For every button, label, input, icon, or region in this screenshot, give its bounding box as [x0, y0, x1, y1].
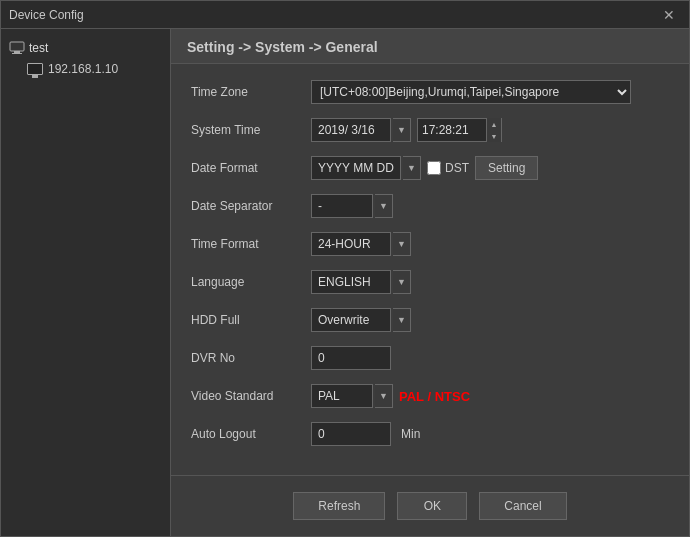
date-format-control: YYYY MM DD ▼ DST Setting — [311, 156, 538, 180]
close-button[interactable]: ✕ — [657, 5, 681, 25]
system-time-row: System Time 2019/ 3/16 ▼ 17:28:21 ▲ ▼ — [191, 116, 669, 144]
language-row: Language ENGLISH ▼ — [191, 268, 669, 296]
video-standard-group: PAL ▼ — [311, 384, 393, 408]
content-area: test 192.168.1.10 Setting -> System -> G… — [1, 29, 689, 536]
date-dropdown-btn[interactable]: ▼ — [393, 118, 411, 142]
date-separator-label: Date Separator — [191, 199, 311, 213]
video-standard-control: PAL ▼ PAL / NTSC — [311, 384, 470, 408]
language-input[interactable]: ENGLISH — [311, 270, 391, 294]
setting-button[interactable]: Setting — [475, 156, 538, 180]
date-format-row: Date Format YYYY MM DD ▼ DST Setting — [191, 154, 669, 182]
auto-logout-label: Auto Logout — [191, 427, 311, 441]
min-label: Min — [401, 427, 420, 441]
hdd-full-label: HDD Full — [191, 313, 311, 327]
device-config-window: Device Config ✕ test 192.168.1.10 Settin… — [0, 0, 690, 537]
video-standard-dropdown-btn[interactable]: ▼ — [375, 384, 393, 408]
dvr-no-control: 0 — [311, 346, 391, 370]
video-standard-row: Video Standard PAL ▼ PAL / NTSC — [191, 382, 669, 410]
sidebar-child-label: 192.168.1.10 — [48, 62, 118, 76]
time-input[interactable]: 17:28:21 — [418, 119, 486, 141]
timezone-control: [UTC+08:00]Beijing,Urumqi,Taipei,Singapo… — [311, 80, 631, 104]
time-format-row: Time Format 24-HOUR ▼ — [191, 230, 669, 258]
auto-logout-row: Auto Logout 0 Min — [191, 420, 669, 448]
timezone-select[interactable]: [UTC+08:00]Beijing,Urumqi,Taipei,Singapo… — [311, 80, 631, 104]
monitor-icon — [27, 63, 43, 75]
dvr-no-input[interactable]: 0 — [311, 346, 391, 370]
breadcrumb: Setting -> System -> General — [171, 29, 689, 64]
date-separator-input[interactable]: - — [311, 194, 373, 218]
main-panel: Setting -> System -> General Time Zone [… — [171, 29, 689, 536]
date-group: 2019/ 3/16 ▼ — [311, 118, 411, 142]
cancel-button[interactable]: Cancel — [479, 492, 566, 520]
system-time-control: 2019/ 3/16 ▼ 17:28:21 ▲ ▼ — [311, 118, 502, 142]
date-separator-row: Date Separator - ▼ — [191, 192, 669, 220]
dvr-no-row: DVR No 0 — [191, 344, 669, 372]
svg-rect-0 — [10, 42, 24, 51]
auto-logout-input[interactable]: 0 — [311, 422, 391, 446]
date-input[interactable]: 2019/ 3/16 — [311, 118, 391, 142]
time-format-group: 24-HOUR ▼ — [311, 232, 411, 256]
dst-checkbox-group: DST — [427, 161, 469, 175]
time-format-label: Time Format — [191, 237, 311, 251]
window-title: Device Config — [9, 8, 84, 22]
dst-checkbox[interactable] — [427, 161, 441, 175]
hdd-full-input[interactable]: Overwrite — [311, 308, 391, 332]
svg-rect-1 — [14, 51, 20, 53]
form-area: Time Zone [UTC+08:00]Beijing,Urumqi,Taip… — [171, 64, 689, 475]
sidebar-root-label: test — [29, 41, 48, 55]
hdd-full-control: Overwrite ▼ — [311, 308, 411, 332]
hdd-full-dropdown-btn[interactable]: ▼ — [393, 308, 411, 332]
time-up-btn[interactable]: ▲ — [487, 118, 501, 130]
pal-ntsc-label: PAL / NTSC — [399, 389, 470, 404]
language-group: ENGLISH ▼ — [311, 270, 411, 294]
sidebar-item-child[interactable]: 192.168.1.10 — [5, 59, 166, 79]
date-format-input[interactable]: YYYY MM DD — [311, 156, 401, 180]
time-format-dropdown-btn[interactable]: ▼ — [393, 232, 411, 256]
dst-label: DST — [445, 161, 469, 175]
language-control: ENGLISH ▼ — [311, 270, 411, 294]
sidebar-item-root[interactable]: test — [5, 37, 166, 59]
video-standard-label: Video Standard — [191, 389, 311, 403]
refresh-button[interactable]: Refresh — [293, 492, 385, 520]
computer-icon — [9, 40, 25, 56]
language-dropdown-btn[interactable]: ▼ — [393, 270, 411, 294]
time-down-btn[interactable]: ▼ — [487, 130, 501, 142]
dvr-no-label: DVR No — [191, 351, 311, 365]
ok-button[interactable]: OK — [397, 492, 467, 520]
time-format-control: 24-HOUR ▼ — [311, 232, 411, 256]
date-format-group: YYYY MM DD ▼ — [311, 156, 421, 180]
hdd-full-group: Overwrite ▼ — [311, 308, 411, 332]
language-label: Language — [191, 275, 311, 289]
svg-rect-2 — [12, 53, 22, 54]
date-format-label: Date Format — [191, 161, 311, 175]
hdd-full-row: HDD Full Overwrite ▼ — [191, 306, 669, 334]
system-time-label: System Time — [191, 123, 311, 137]
time-format-input[interactable]: 24-HOUR — [311, 232, 391, 256]
separator-dropdown-btn[interactable]: ▼ — [375, 194, 393, 218]
time-spin: ▲ ▼ — [486, 118, 501, 142]
title-bar: Device Config ✕ — [1, 1, 689, 29]
footer-buttons: Refresh OK Cancel — [171, 475, 689, 536]
timezone-row: Time Zone [UTC+08:00]Beijing,Urumqi,Taip… — [191, 78, 669, 106]
separator-group: - ▼ — [311, 194, 393, 218]
auto-logout-control: 0 Min — [311, 422, 420, 446]
date-separator-control: - ▼ — [311, 194, 393, 218]
video-standard-input[interactable]: PAL — [311, 384, 373, 408]
timezone-label: Time Zone — [191, 85, 311, 99]
sidebar: test 192.168.1.10 — [1, 29, 171, 536]
date-format-dropdown-btn[interactable]: ▼ — [403, 156, 421, 180]
time-input-group: 17:28:21 ▲ ▼ — [417, 118, 502, 142]
